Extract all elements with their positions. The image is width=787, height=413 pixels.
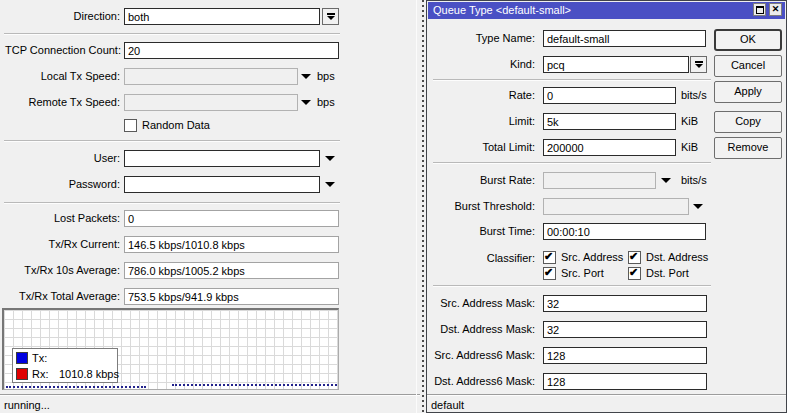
total-limit-unit: KiB <box>681 141 698 155</box>
src-address-mask-input[interactable] <box>543 295 707 312</box>
src-address6-mask-label: Src. Address6 Mask: <box>427 349 535 363</box>
left-status-text: running... <box>4 399 50 411</box>
burst-rate-dropdown-icon[interactable] <box>661 178 671 183</box>
src-address-mask-label: Src. Address Mask: <box>427 297 535 311</box>
dialog-titlebar[interactable]: Queue Type <default-small> <box>428 2 785 19</box>
dst-address6-mask-label: Dst. Address6 Mask: <box>427 375 535 389</box>
legend-rx-label: Rx: <box>32 368 49 380</box>
burst-threshold-input <box>543 198 689 215</box>
burst-rate-input <box>543 172 656 189</box>
random-data-checkbox[interactable] <box>124 119 137 132</box>
burst-time-label: Burst Time: <box>427 225 535 239</box>
txrx-current-value <box>124 236 339 253</box>
type-name-label: Type Name: <box>427 32 535 46</box>
rate-unit: bits/s <box>681 89 707 103</box>
panel-divider-highlight <box>416 0 417 413</box>
queue-type-dialog: Queue Type <default-small> ✕ Type Name: … <box>426 0 787 413</box>
rate-label: Rate: <box>427 89 535 103</box>
limit-unit: KiB <box>681 115 698 129</box>
classifier-src-port-label: Src. Port <box>561 267 604 281</box>
rate-input[interactable] <box>543 87 676 104</box>
panel-divider-dashes <box>422 0 424 413</box>
total-limit-label: Total Limit: <box>427 141 535 155</box>
local-tx-speed-dropdown-icon[interactable] <box>301 74 311 79</box>
remote-tx-speed-label: Remote Tx Speed: <box>5 96 120 110</box>
txrx-total-average-label: Tx/Rx Total Average: <box>5 290 120 304</box>
remote-tx-speed-dropdown-icon[interactable] <box>301 100 311 105</box>
txrx-10s-average-label: Tx/Rx 10s Average: <box>5 264 120 278</box>
password-dropdown-icon[interactable] <box>325 182 335 187</box>
direction-label: Direction: <box>5 10 120 24</box>
random-data-label: Random Data <box>142 119 210 133</box>
tcp-connection-count-input[interactable] <box>124 42 339 59</box>
dialog-status-text: default <box>431 399 464 411</box>
separator <box>433 285 711 287</box>
legend-tx-label: Tx: <box>32 352 47 364</box>
classifier-dst-address-label: Dst. Address <box>646 251 708 265</box>
legend-rx-value: 1010.8 kbps <box>59 368 119 380</box>
rx-color-swatch <box>16 368 28 380</box>
graph-data-line <box>172 384 337 386</box>
burst-threshold-label: Burst Threshold: <box>427 200 535 214</box>
dst-address6-mask-input[interactable] <box>543 373 707 390</box>
chevron-down-icon <box>327 16 335 20</box>
direction-dropdown-button[interactable] <box>322 8 339 25</box>
separator <box>433 162 711 164</box>
classifier-src-address-label: Src. Address <box>561 251 623 265</box>
kind-dropdown-button[interactable] <box>690 56 707 73</box>
separator <box>4 140 340 142</box>
classifier-dst-port-label: Dst. Port <box>646 267 689 281</box>
limit-input[interactable] <box>543 113 676 130</box>
kind-input[interactable] <box>543 56 689 73</box>
burst-rate-label: Burst Rate: <box>427 174 535 188</box>
cancel-button[interactable]: Cancel <box>714 55 782 77</box>
dialog-title: Queue Type <default-small> <box>433 4 571 16</box>
graph-data-line <box>6 386 146 388</box>
burst-threshold-dropdown-icon[interactable] <box>693 204 703 209</box>
total-limit-input[interactable] <box>543 139 676 156</box>
lost-packets-label: Lost Packets: <box>5 212 120 226</box>
dst-address-mask-label: Dst. Address Mask: <box>427 323 535 337</box>
src-address6-mask-input[interactable] <box>543 347 707 364</box>
dropdown-bar-icon <box>327 13 335 15</box>
local-tx-speed-unit: bps <box>317 70 335 84</box>
statusbar-separator <box>427 394 786 396</box>
separator <box>433 79 711 81</box>
bandwidth-graph: Tx: Rx: 1010.8 kbps <box>2 308 339 390</box>
bandwidth-test-panel: Direction: TCP Connection Count: Local T… <box>0 0 420 413</box>
dst-address-mask-input[interactable] <box>543 321 707 338</box>
user-label: User: <box>5 152 120 166</box>
local-tx-speed-label: Local Tx Speed: <box>5 70 120 84</box>
copy-button[interactable]: Copy <box>714 111 782 133</box>
classifier-dst-address-checkbox[interactable] <box>628 251 641 264</box>
password-input[interactable] <box>124 176 320 193</box>
lost-packets-value <box>124 210 339 227</box>
burst-time-input[interactable] <box>543 223 706 240</box>
password-label: Password: <box>5 178 120 192</box>
apply-button[interactable]: Apply <box>714 81 782 103</box>
chevron-down-icon <box>695 64 703 68</box>
separator <box>4 202 340 204</box>
close-button[interactable]: ✕ <box>769 3 782 16</box>
direction-input[interactable] <box>124 8 320 25</box>
tcp-connection-count-label: TCP Connection Count: <box>5 44 120 58</box>
type-name-input[interactable] <box>543 30 706 47</box>
burst-rate-unit: bits/s <box>681 174 707 188</box>
txrx-total-average-value <box>124 288 339 305</box>
txrx-10s-average-value <box>124 262 339 279</box>
classifier-dst-port-checkbox[interactable] <box>628 267 641 280</box>
remote-tx-speed-unit: bps <box>317 96 335 110</box>
user-dropdown-icon[interactable] <box>325 156 335 161</box>
user-input[interactable] <box>124 150 320 167</box>
remove-button[interactable]: Remove <box>714 137 782 159</box>
separator <box>4 33 340 35</box>
ok-button[interactable]: OK <box>714 29 782 51</box>
maximize-button[interactable] <box>753 3 766 16</box>
kind-label: Kind: <box>427 58 535 72</box>
classifier-label: Classifier: <box>427 252 535 266</box>
classifier-src-port-checkbox[interactable] <box>543 267 556 280</box>
local-tx-speed-input <box>124 68 298 85</box>
classifier-src-address-checkbox[interactable] <box>543 251 556 264</box>
remote-tx-speed-input <box>124 94 298 111</box>
txrx-current-label: Tx/Rx Current: <box>5 238 120 252</box>
